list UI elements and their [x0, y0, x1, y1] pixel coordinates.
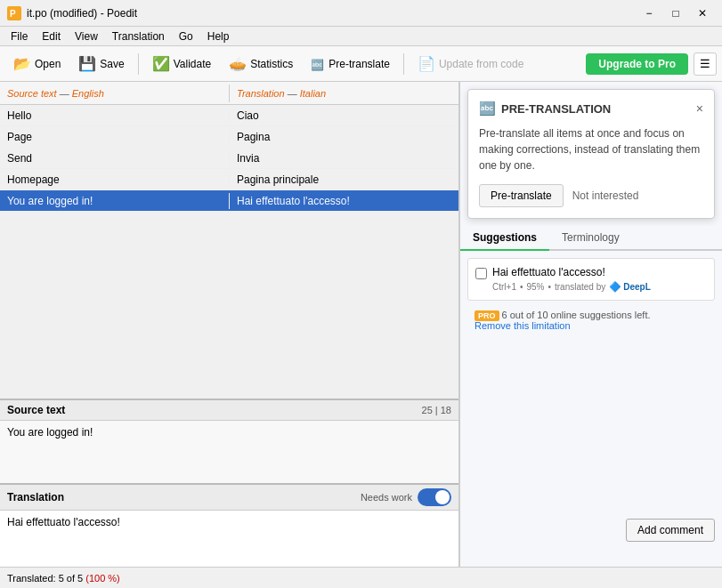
menu-bar: File Edit View Translation Go Help	[0, 27, 722, 46]
translation-section: Translation Needs work Hai effettuato l'…	[0, 483, 458, 567]
statistics-icon: 🥧	[229, 55, 247, 72]
suggestion-translated-by-text: translated by	[555, 282, 605, 292]
popup-body: Pre-translate all items at once and focu…	[479, 125, 703, 173]
translation-cell: Pagina principale	[230, 172, 458, 188]
upgrade-button[interactable]: Upgrade to Pro	[586, 53, 688, 75]
suggestion-dot: •	[520, 282, 523, 292]
window-controls: − □ ✕	[637, 4, 715, 23]
suggestion-confidence: 95%	[526, 282, 544, 292]
toolbar-separator-1	[138, 53, 139, 75]
translation-cell: Invia	[230, 150, 458, 166]
toolbar-separator-2	[403, 53, 404, 75]
open-icon: 📂	[13, 55, 31, 72]
source-cell: Hello	[0, 108, 230, 124]
svg-text:P: P	[10, 9, 16, 19]
source-cell: Page	[0, 129, 230, 145]
save-icon: 💾	[78, 55, 96, 72]
menu-edit[interactable]: Edit	[35, 28, 68, 44]
source-cell: You are logged in!	[0, 193, 230, 209]
suggestions-tabs: Suggestions Terminology	[460, 226, 722, 251]
pre-translate-action-button[interactable]: Pre-translate	[479, 184, 564, 207]
translation-header: Translation Needs work	[0, 485, 458, 511]
right-panel: 🔤 PRE-TRANSLATION × Pre-translate all it…	[459, 82, 722, 567]
translation-column-header: Translation — Italian	[230, 85, 458, 102]
view-toggle-icon: ☰	[700, 57, 710, 70]
view-toggle-button[interactable]: ☰	[694, 52, 717, 76]
source-cell: Homepage	[0, 172, 230, 188]
source-section: Source text 25 | 18 You are logged in!	[0, 399, 458, 483]
suggestion-content: Hai effettuato l'accesso! Ctrl+1 • 95% •…	[475, 266, 707, 293]
add-comment-button[interactable]: Add comment	[626, 519, 715, 542]
deepl-badge: 🔷 DeepL	[609, 281, 651, 293]
update-icon: 📄	[418, 55, 435, 72]
source-header: Source text 25 | 18	[0, 400, 458, 421]
left-panel: Source text — English Translation — Ital…	[0, 82, 459, 567]
pre-translation-popup: 🔤 PRE-TRANSLATION × Pre-translate all it…	[467, 89, 715, 219]
table-row[interactable]: Send Invia	[0, 148, 458, 169]
translation-table: Hello Ciao Page Pagina Send Invia Homepa…	[0, 105, 458, 399]
toggle-thumb	[435, 490, 450, 504]
status-text: Translated: 5 of 5 (100 %)	[7, 573, 120, 584]
pretranslate-popup-icon: 🔤	[479, 101, 496, 117]
translation-cell: Hai effettuato l'accesso!	[230, 193, 458, 209]
suggestion-shortcut: Ctrl+1	[492, 282, 516, 292]
table-row[interactable]: Homepage Pagina principale	[0, 169, 458, 190]
suggestion-checkbox[interactable]	[475, 268, 487, 279]
toolbar: 📂 Open 💾 Save ✅ Validate 🥧 Statistics 🔤 …	[0, 46, 722, 82]
table-row-selected[interactable]: You are logged in! Hai effettuato l'acce…	[0, 190, 458, 212]
pretranslate-icon: 🔤	[311, 55, 325, 71]
menu-file[interactable]: File	[4, 28, 35, 44]
needs-work-toggle[interactable]	[418, 488, 451, 506]
popup-header: 🔤 PRE-TRANSLATION ×	[479, 101, 703, 117]
pretranslate-button[interactable]: 🔤 Pre-translate	[303, 51, 398, 77]
popup-actions: Pre-translate Not interested	[479, 184, 703, 207]
deepl-icon: 🔷	[609, 281, 621, 293]
source-counter: 25 | 18	[422, 405, 451, 415]
online-suggestions: PRO 6 out of 10 online suggestions left.…	[467, 306, 715, 334]
maximize-button[interactable]: □	[663, 4, 688, 23]
needs-work-label: Needs work	[361, 492, 412, 503]
translation-section-label: Translation	[7, 491, 64, 503]
suggestion-text: Hai effettuato l'accesso!	[492, 266, 651, 278]
minimize-button[interactable]: −	[637, 4, 661, 23]
statistics-button[interactable]: 🥧 Statistics	[221, 51, 301, 77]
menu-go[interactable]: Go	[172, 28, 200, 44]
translation-cell: Pagina	[230, 129, 458, 145]
update-from-code-button[interactable]: 📄 Update from code	[410, 51, 531, 77]
translation-input[interactable]: Hai effettuato l'accesso!	[0, 511, 458, 564]
suggestion-translated-by: •	[548, 282, 551, 292]
menu-help[interactable]: Help	[200, 28, 237, 44]
app-icon: P	[7, 6, 21, 20]
window-title: it.po (modified) - Poedit	[27, 7, 637, 20]
tab-terminology[interactable]: Terminology	[549, 226, 632, 251]
close-button[interactable]: ✕	[690, 4, 715, 23]
source-section-label: Source text	[7, 404, 65, 416]
table-row[interactable]: Hello Ciao	[0, 105, 458, 126]
status-percent: (100 %)	[85, 573, 120, 584]
translation-cell: Ciao	[230, 108, 458, 124]
tab-suggestions[interactable]: Suggestions	[460, 226, 549, 251]
validate-button[interactable]: ✅ Validate	[144, 51, 219, 77]
menu-translation[interactable]: Translation	[105, 28, 172, 44]
svg-text:🔤: 🔤	[311, 58, 324, 71]
suggestion-meta: Ctrl+1 • 95% • translated by 🔷 DeepL	[492, 281, 651, 293]
source-column-header: Source text — English	[0, 85, 230, 102]
status-bar: Translated: 5 of 5 (100 %)	[0, 567, 722, 588]
not-interested-button[interactable]: Not interested	[572, 189, 639, 202]
save-button[interactable]: 💾 Save	[70, 51, 132, 77]
open-button[interactable]: 📂 Open	[5, 51, 69, 77]
validate-icon: ✅	[152, 55, 170, 72]
source-text-display: You are logged in!	[0, 421, 458, 483]
main-content: Source text — English Translation — Ital…	[0, 82, 722, 567]
menu-view[interactable]: View	[68, 28, 105, 44]
needs-work-container: Needs work	[361, 488, 451, 506]
source-cell: Send	[0, 150, 230, 166]
popup-close-button[interactable]: ×	[696, 101, 703, 116]
table-header: Source text — English Translation — Ital…	[0, 82, 458, 105]
table-row[interactable]: Page Pagina	[0, 126, 458, 148]
suggestion-item[interactable]: Hai effettuato l'accesso! Ctrl+1 • 95% •…	[467, 258, 715, 301]
remove-limitation-link[interactable]: Remove this limitation	[475, 320, 571, 331]
title-bar: P it.po (modified) - Poedit − □ ✕	[0, 0, 722, 27]
popup-title: 🔤 PRE-TRANSLATION	[479, 101, 611, 117]
